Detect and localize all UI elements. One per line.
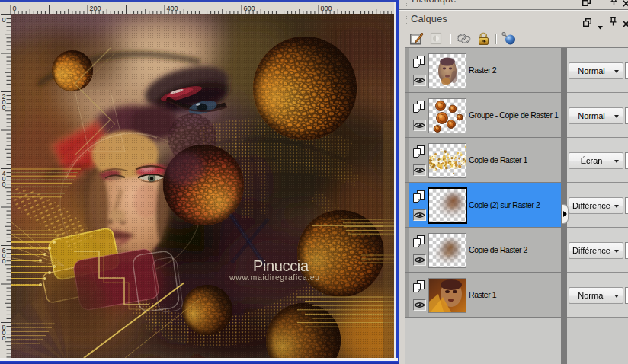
svg-text:0: 0 bbox=[13, 5, 17, 12]
svg-text:400: 400 bbox=[167, 5, 178, 12]
svg-text:0: 0 bbox=[2, 16, 6, 24]
svg-text:0: 0 bbox=[2, 180, 6, 188]
svg-text:600: 600 bbox=[244, 5, 255, 12]
svg-text:200: 200 bbox=[90, 5, 101, 12]
svg-text:0: 0 bbox=[2, 257, 6, 265]
svg-text:800: 800 bbox=[321, 5, 332, 12]
svg-text:0: 0 bbox=[2, 334, 6, 342]
svg-text:0: 0 bbox=[2, 104, 6, 111]
